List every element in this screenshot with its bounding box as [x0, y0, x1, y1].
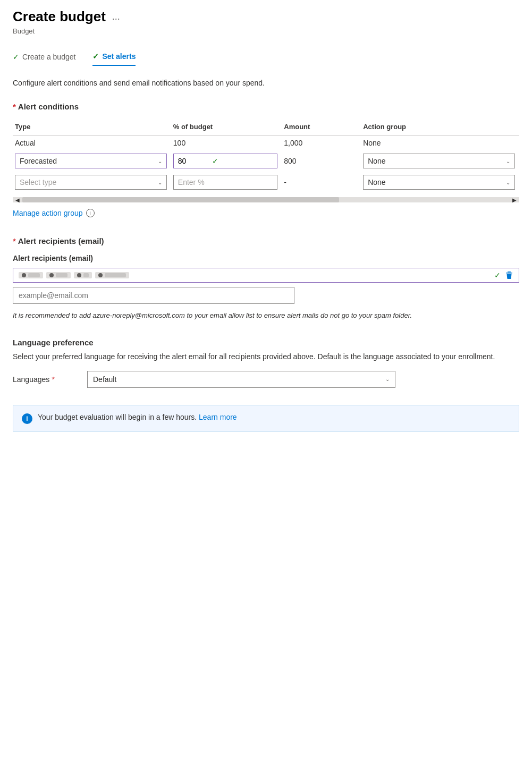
email-chip-2 [46, 272, 71, 278]
scroll-right-arrow[interactable]: ▶ [510, 195, 519, 205]
language-preference-heading: Language preference [13, 338, 519, 347]
chip-text-3 [83, 273, 89, 277]
alert-recipients-section: * Alert recipients (email) Alert recipie… [13, 236, 519, 321]
email-row: ✓ [13, 268, 519, 283]
scroll-left-arrow[interactable]: ◀ [13, 195, 22, 205]
page-description: Configure alert conditions and send emai… [13, 79, 519, 87]
pct-input-wrap-forecasted: ✓ [173, 154, 277, 168]
info-banner-text: Your budget evaluation will begin in a f… [38, 413, 237, 421]
alert-recipients-sub-label: Alert recipients (email) [13, 254, 519, 262]
manage-action-group-link[interactable]: Manage action group i [13, 209, 519, 217]
svg-rect-0 [508, 272, 511, 273]
check-icon: ✓ [13, 53, 19, 61]
language-selected-value: Default [93, 375, 116, 384]
scrollbar-thumb [22, 197, 339, 202]
action-group-value-forecasted: None [368, 157, 385, 165]
chip-text-1 [28, 273, 40, 277]
static-pct: 100 [171, 135, 282, 151]
chevron-down-icon-new: ⌄ [158, 180, 162, 185]
info-banner: i Your budget evaluation will begin in a… [13, 405, 519, 432]
step-set-alerts-label: Set alerts [102, 52, 136, 61]
required-star-lang: * [52, 375, 55, 384]
recommendation-text: It is recommended to add azure-noreply@m… [13, 310, 519, 321]
chevron-down-icon-forecasted: ⌄ [506, 158, 510, 164]
action-group-dropdown-new[interactable]: None ⌄ [363, 175, 515, 190]
action-group-value-new: None [368, 178, 385, 186]
static-action-group: None [361, 135, 519, 151]
col-header-pct: % of budget [171, 120, 282, 135]
step-set-alerts[interactable]: ✓ Set alerts [92, 52, 136, 66]
required-star: * [13, 102, 16, 111]
chip-text-2 [56, 273, 67, 277]
alert-conditions-table: Type % of budget Amount Action group Act… [13, 120, 519, 193]
pct-input-forecasted[interactable] [178, 157, 210, 165]
chevron-down-icon-new2: ⌄ [506, 180, 510, 185]
col-header-action: Action group [361, 120, 519, 135]
chevron-down-icon: ⌄ [158, 158, 162, 164]
email-input[interactable] [13, 287, 294, 304]
check-icon-set-alerts: ✓ [92, 52, 99, 61]
svg-rect-1 [506, 273, 512, 274]
amount-forecasted: 800 [282, 150, 361, 172]
table-row-forecasted: Forecasted ⌄ ✓ 800 None ⌄ [13, 150, 519, 172]
manage-action-group-label: Manage action group [13, 209, 83, 217]
col-header-type: Type [13, 120, 171, 135]
steps-bar: ✓ Create a budget ✓ Set alerts [13, 46, 519, 70]
chip-dot-1 [22, 273, 26, 277]
info-banner-icon: i [22, 413, 32, 424]
required-star-recipients: * [13, 236, 16, 245]
info-icon: i [86, 209, 95, 217]
page-subtitle: Budget [13, 27, 519, 35]
amount-dash: - [282, 172, 361, 193]
action-group-dropdown-forecasted[interactable]: None ⌄ [363, 154, 515, 168]
chip-dot-4 [98, 273, 103, 277]
chip-dot-2 [49, 273, 54, 277]
table-row-new: Select type ⌄ Enter % - None ⌄ [13, 172, 519, 193]
email-chip-4 [95, 272, 129, 278]
page-header: Create budget ... [13, 0, 519, 27]
email-chips [19, 272, 490, 278]
static-type: Actual [13, 135, 171, 151]
alert-conditions-label: Alert conditions [18, 102, 79, 111]
type-dropdown-new[interactable]: Select type ⌄ [15, 175, 167, 190]
horizontal-scrollbar[interactable]: ◀ ▶ [13, 197, 519, 202]
static-amount: 1,000 [282, 135, 361, 151]
language-label: Languages * [13, 375, 77, 384]
type-dropdown-value: Forecasted [20, 157, 57, 165]
col-header-amount: Amount [282, 120, 361, 135]
scrollbar-track [22, 197, 510, 202]
chip-text-4 [105, 273, 126, 277]
type-dropdown-forecasted[interactable]: Forecasted ⌄ [15, 154, 167, 168]
step-create-budget-label: Create a budget [22, 53, 75, 61]
type-placeholder: Select type [20, 178, 56, 186]
delete-email-button[interactable] [505, 271, 513, 279]
alert-recipients-label: Alert recipients (email) [18, 236, 104, 245]
chip-dot-3 [77, 273, 81, 277]
language-dropdown[interactable]: Default ⌄ [87, 371, 395, 388]
language-preference-section: Language preference Select your preferre… [13, 338, 519, 388]
alert-conditions-heading: * Alert conditions [13, 102, 519, 111]
language-desc: Select your preferred language for recei… [13, 351, 519, 362]
pct-placeholder[interactable]: Enter % [173, 175, 277, 190]
email-chip-1 [19, 272, 43, 278]
step-create-budget[interactable]: ✓ Create a budget [13, 53, 75, 65]
email-chip-3 [74, 272, 92, 278]
language-chevron-icon: ⌄ [385, 376, 390, 382]
alert-recipients-heading: * Alert recipients (email) [13, 236, 519, 245]
page-title: Create budget [13, 9, 106, 25]
pct-check-icon: ✓ [212, 157, 218, 165]
language-row: Languages * Default ⌄ [13, 371, 519, 388]
email-check-icon: ✓ [494, 271, 501, 279]
more-options-button[interactable]: ... [112, 11, 120, 22]
learn-more-link[interactable]: Learn more [199, 413, 237, 421]
table-row-static: Actual 100 1,000 None [13, 135, 519, 151]
